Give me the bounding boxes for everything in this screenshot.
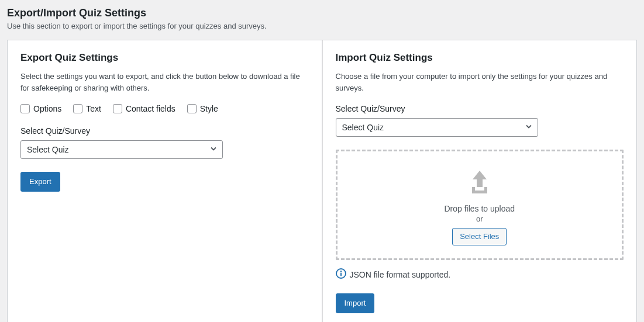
checkbox-style[interactable]: Style xyxy=(187,104,218,113)
export-column: Export Quiz Settings Select the settings… xyxy=(8,40,323,322)
svg-rect-2 xyxy=(340,273,342,276)
svg-point-1 xyxy=(340,271,341,272)
import-button[interactable]: Import xyxy=(336,293,375,313)
import-column: Import Quiz Settings Choose a file from … xyxy=(323,40,637,322)
import-title: Import Quiz Settings xyxy=(336,52,624,64)
page-title: Export/Import Quiz Settings xyxy=(7,7,637,19)
settings-panel: Export Quiz Settings Select the settings… xyxy=(7,40,637,322)
export-title: Export Quiz Settings xyxy=(20,52,309,64)
dropzone-text: Drop files to upload xyxy=(349,204,611,213)
dropzone-or: or xyxy=(349,214,611,223)
checkbox-contact-fields-label[interactable]: Contact fields xyxy=(126,104,175,113)
import-select-wrapper: Select Quiz xyxy=(336,118,538,137)
checkbox-options[interactable]: Options xyxy=(20,104,61,113)
checkbox-text-label[interactable]: Text xyxy=(86,104,101,113)
info-icon xyxy=(336,268,346,281)
select-files-button[interactable]: Select Files xyxy=(452,228,507,245)
checkbox-style-input[interactable] xyxy=(187,104,197,113)
info-row: JSON file format supported. xyxy=(336,268,624,281)
checkbox-contact-fields-input[interactable] xyxy=(113,104,122,113)
page-header: Export/Import Quiz Settings Use this sec… xyxy=(7,7,637,30)
export-quiz-select[interactable]: Select Quiz xyxy=(20,140,223,159)
file-dropzone[interactable]: Drop files to upload or Select Files xyxy=(336,150,624,260)
checkbox-style-label[interactable]: Style xyxy=(200,104,218,113)
export-description: Select the settings you want to export, … xyxy=(20,71,309,94)
checkbox-options-input[interactable] xyxy=(20,104,30,113)
import-quiz-select[interactable]: Select Quiz xyxy=(336,118,538,137)
export-select-label: Select Quiz/Survey xyxy=(20,126,309,136)
checkbox-contact-fields[interactable]: Contact fields xyxy=(113,104,175,113)
checkbox-options-label[interactable]: Options xyxy=(33,104,61,113)
export-checkbox-row: Options Text Contact fields Style xyxy=(20,104,309,113)
import-description: Choose a file from your computer to impo… xyxy=(336,71,624,94)
checkbox-text[interactable]: Text xyxy=(73,104,101,113)
checkbox-text-input[interactable] xyxy=(73,104,82,113)
export-button[interactable]: Export xyxy=(20,172,60,192)
upload-icon xyxy=(465,168,494,197)
import-select-label: Select Quiz/Survey xyxy=(336,104,624,113)
export-select-wrapper: Select Quiz xyxy=(20,140,223,159)
info-text: JSON file format supported. xyxy=(350,270,451,279)
page-subtitle: Use this section to export or import the… xyxy=(7,22,637,30)
